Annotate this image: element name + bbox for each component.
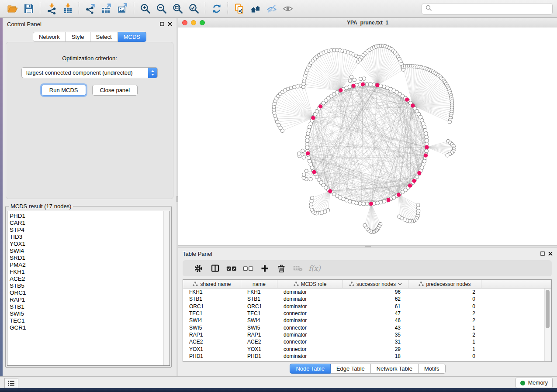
table-cell[interactable]: ORC1: [183, 303, 241, 309]
table-cell[interactable]: 1: [408, 346, 481, 352]
show-hidden-icon[interactable]: [280, 1, 296, 16]
network-canvas[interactable]: [178, 28, 557, 245]
table-cell[interactable]: dominator: [277, 317, 343, 323]
mcds-result-item[interactable]: SWI5: [10, 310, 170, 317]
table-cell[interactable]: YOX1: [183, 346, 241, 352]
table-cell[interactable]: 1: [408, 339, 481, 345]
tab-edge-table[interactable]: Edge Table: [331, 364, 371, 374]
table-cell[interactable]: RAP1: [241, 332, 277, 338]
table-cell[interactable]: 46: [343, 317, 408, 323]
table-cell[interactable]: connector: [277, 339, 343, 345]
table-cell[interactable]: SWI5: [241, 325, 277, 331]
table-cell[interactable]: 35: [343, 332, 408, 338]
import-table-icon[interactable]: [59, 1, 76, 16]
table-row[interactable]: ACE2ACE2connector311: [183, 338, 551, 345]
mcds-result-item[interactable]: SWI4: [10, 248, 170, 254]
zoom-out-icon[interactable]: [153, 1, 170, 16]
float-panel-icon[interactable]: [540, 251, 545, 256]
mcds-result-list[interactable]: PHD1CAR1STP4TID3YOX1SWI4SRD1PMA2FKH1ACE2…: [7, 211, 170, 366]
table-cell[interactable]: dominator: [277, 289, 343, 295]
add-row-icon[interactable]: [256, 262, 273, 275]
table-cell[interactable]: 2: [408, 317, 481, 323]
table-cell[interactable]: PHD1: [183, 353, 241, 359]
open-file-icon[interactable]: [4, 1, 21, 16]
table-row[interactable]: SWI5SWI5connector431: [183, 324, 551, 331]
show-all-icon[interactable]: [247, 1, 263, 16]
table-row[interactable]: PHD1PHD1dominator180: [183, 353, 551, 360]
mcds-list-scrollbar[interactable]: [163, 211, 170, 365]
table-cell[interactable]: TEC1: [241, 310, 277, 316]
export-table-icon[interactable]: [98, 1, 114, 16]
table-cell[interactable]: 18: [343, 353, 408, 359]
mcds-result-item[interactable]: YOX1: [10, 241, 170, 248]
delete-row-icon[interactable]: [273, 262, 290, 275]
zoom-fit-icon[interactable]: [170, 1, 186, 16]
mcds-result-item[interactable]: FKH1: [10, 268, 170, 275]
table-cell[interactable]: 43: [343, 325, 408, 331]
table-cell[interactable]: 0: [408, 353, 481, 359]
show-columns-icon[interactable]: [207, 262, 223, 275]
refresh-view-icon[interactable]: [208, 1, 225, 16]
table-row[interactable]: FKH1FKH1dominator962: [183, 289, 551, 296]
table-cell[interactable]: FKH1: [183, 289, 241, 295]
mcds-result-item[interactable]: PHD1: [10, 213, 170, 220]
table-row[interactable]: YOX1YOX1connector291: [183, 345, 551, 352]
close-panel-icon[interactable]: [168, 22, 172, 26]
table-row[interactable]: SWI4SWI4dominator462: [183, 317, 551, 324]
criterion-select[interactable]: largest connected component (undirected): [21, 67, 158, 78]
table-cell[interactable]: SWI5: [183, 325, 241, 331]
hide-selected-icon[interactable]: [263, 1, 280, 16]
table-cell[interactable]: 2: [408, 332, 481, 338]
tab-network-table[interactable]: Network Table: [371, 364, 419, 374]
import-network-icon[interactable]: [43, 1, 59, 16]
table-cell[interactable]: SWI4: [183, 317, 241, 323]
memory-button[interactable]: Memory: [515, 378, 553, 388]
table-cell[interactable]: connector: [277, 346, 343, 352]
tab-select[interactable]: Select: [90, 32, 118, 42]
select-all-icon[interactable]: [223, 262, 240, 275]
table-cell[interactable]: PHD1: [241, 353, 277, 359]
mcds-result-item[interactable]: STB5: [10, 282, 170, 289]
table-cell[interactable]: dominator: [277, 353, 343, 359]
search-box[interactable]: [422, 3, 553, 15]
table-cell[interactable]: 2: [408, 310, 481, 316]
table-cell[interactable]: FKH1: [241, 289, 277, 295]
zoom-in-icon[interactable]: [137, 1, 153, 16]
mcds-result-item[interactable]: GCR1: [10, 324, 170, 331]
column-header-predecessor-nodes[interactable]: predecessor nodes: [408, 280, 481, 288]
node-table[interactable]: shared namenameMCDS rolesuccessor nodesp…: [183, 279, 552, 362]
table-cell[interactable]: 29: [343, 346, 408, 352]
mcds-result-item[interactable]: TEC1: [10, 317, 170, 324]
tab-node-table[interactable]: Node Table: [290, 364, 331, 374]
zoom-selected-icon[interactable]: [186, 1, 202, 16]
mcds-result-item[interactable]: STB1: [10, 303, 170, 310]
close-panel-button[interactable]: Close panel: [92, 85, 138, 96]
table-cell[interactable]: STB1: [241, 296, 277, 302]
mcds-result-item[interactable]: PMA2: [10, 261, 170, 268]
column-header-successor-nodes[interactable]: successor nodes: [343, 280, 408, 288]
duplicate-network-icon[interactable]: [231, 1, 247, 16]
table-cell[interactable]: 47: [343, 310, 408, 316]
table-row[interactable]: TEC1TEC1connector472: [183, 310, 551, 317]
tab-motifs[interactable]: Motifs: [419, 364, 446, 374]
table-cell[interactable]: 0: [408, 303, 481, 309]
tab-mcds[interactable]: MCDS: [118, 32, 146, 42]
table-scrollbar[interactable]: [544, 289, 551, 361]
column-header-MCDS-role[interactable]: MCDS role: [277, 280, 343, 288]
table-cell[interactable]: YOX1: [241, 346, 277, 352]
float-panel-icon[interactable]: [160, 22, 164, 26]
table-cell[interactable]: connector: [277, 325, 343, 331]
export-image-icon[interactable]: [114, 1, 131, 16]
mcds-result-item[interactable]: CAR1: [10, 220, 170, 227]
table-cell[interactable]: 96: [343, 289, 408, 295]
run-mcds-button[interactable]: Run MCDS: [42, 85, 86, 96]
tab-style[interactable]: Style: [66, 32, 90, 42]
column-header-shared-name[interactable]: shared name: [183, 280, 241, 288]
table-cell[interactable]: ORC1: [241, 303, 277, 309]
table-row[interactable]: RAP1RAP1dominator352: [183, 331, 551, 338]
table-cell[interactable]: connector: [277, 310, 343, 316]
tab-network[interactable]: Network: [33, 32, 66, 42]
close-panel-icon[interactable]: [548, 251, 553, 256]
table-cell[interactable]: 2: [408, 289, 481, 295]
table-cell[interactable]: 61: [343, 303, 408, 309]
